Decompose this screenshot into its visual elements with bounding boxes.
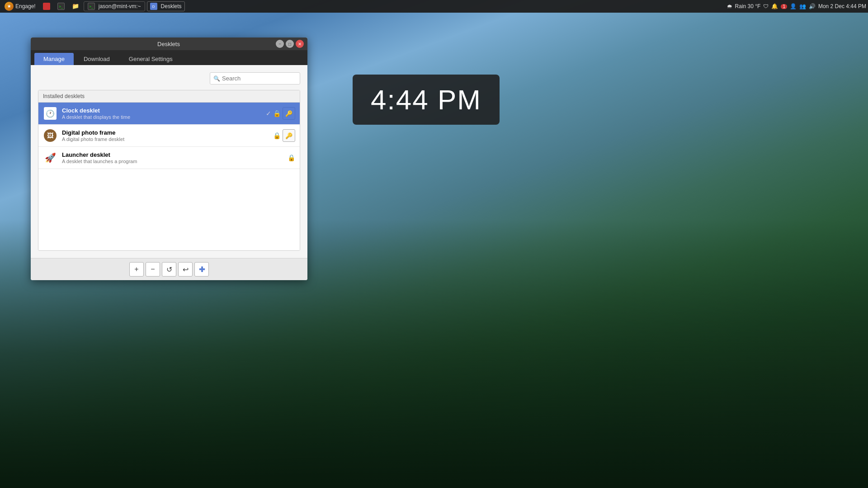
desklet-info-clock: Clock desklet A desklet that displays th… xyxy=(62,107,266,120)
desklet-actions-launcher: 🔒 xyxy=(288,154,295,161)
configure-button-photo[interactable]: 🔑 xyxy=(283,129,295,142)
weather-icon: 🌧 xyxy=(727,3,732,9)
desktop: ★ Engage! >_ 📁 >_ jason@mint-vm:~ D Desk… xyxy=(0,0,868,488)
taskbar-right: 🌧 Rain 30 °F 🛡 🔔 1 👤 👥 🔊 Mon 2 Dec 4:44 … xyxy=(727,3,866,9)
desklets-list: Installed desklets 🕐 Clock desklet A des… xyxy=(38,90,300,251)
engage-icon: ★ xyxy=(5,2,14,11)
tab-bar: Manage Download General Settings xyxy=(31,50,307,65)
lock-icon-launcher: 🔒 xyxy=(288,154,295,161)
desklet-desc-launcher: A desklet that launches a program xyxy=(62,159,288,164)
desklet-item-clock[interactable]: 🕐 Clock desklet A desklet that displays … xyxy=(38,103,300,125)
check-icon: ✓ xyxy=(266,110,271,117)
desklet-name-clock: Clock desklet xyxy=(62,107,266,114)
tab-manage[interactable]: Manage xyxy=(34,53,74,65)
desklets-task-label: Desklets xyxy=(161,3,182,9)
desklet-name-photo: Digital photo frame xyxy=(62,129,273,136)
tray-icons: 🌧 Rain 30 °F 🛡 🔔 1 👤 👥 🔊 Mon 2 Dec 4:44 … xyxy=(727,3,866,9)
search-bar: 🔍 xyxy=(38,72,300,84)
lock-icon-clock: 🔒 xyxy=(273,110,281,117)
taskbar-left: ★ Engage! >_ 📁 >_ jason@mint-vm:~ D Desk… xyxy=(2,1,185,12)
taskbar-app1[interactable] xyxy=(40,2,53,11)
taskbar-datetime: Mon 2 Dec 4:44 PM xyxy=(818,3,866,9)
undo-button[interactable]: ↩ xyxy=(178,262,193,277)
folder-icon: 📁 xyxy=(72,3,79,10)
clock-widget: 4:44 PM xyxy=(353,75,500,125)
list-header: Installed desklets xyxy=(38,90,300,103)
people-icon: 👥 xyxy=(799,3,806,9)
desklets-window: Desklets － □ ✕ Manage Download General S… xyxy=(31,38,307,280)
desklet-item-launcher[interactable]: 🚀 Launcher desklet A desklet that launch… xyxy=(38,147,300,169)
more-button[interactable]: ✚ xyxy=(194,262,209,277)
weather-label: Rain 30 °F xyxy=(735,3,761,9)
desklet-info-photo: Digital photo frame A digital photo fram… xyxy=(62,129,273,142)
taskbar: ★ Engage! >_ 📁 >_ jason@mint-vm:~ D Desk… xyxy=(0,0,868,13)
window-content: 🔍 Installed desklets 🕐 Clock desklet A d… xyxy=(31,65,307,258)
desklet-info-launcher: Launcher desklet A desklet that launches… xyxy=(62,151,288,164)
terminal-icon: >_ xyxy=(57,3,65,10)
shield-icon: 🛡 xyxy=(763,3,769,9)
desklet-actions-clock: ✓ 🔒 🔑 xyxy=(266,107,295,120)
maximize-button[interactable]: □ xyxy=(286,40,294,48)
user-icon: 👤 xyxy=(790,3,797,9)
configure-button-clock[interactable]: 🔑 xyxy=(283,107,295,120)
desklet-desc-photo: A digital photo frame desklet xyxy=(62,136,273,142)
window-title: Desklets xyxy=(61,41,276,47)
desklet-actions-photo: 🔒 🔑 xyxy=(273,129,295,142)
add-button[interactable]: + xyxy=(129,262,144,277)
minimize-button[interactable]: － xyxy=(276,40,284,48)
tab-download[interactable]: Download xyxy=(75,53,119,65)
taskbar-engage[interactable]: ★ Engage! xyxy=(2,1,38,12)
engage-label: Engage! xyxy=(15,3,36,9)
bottom-toolbar: + − ↺ ↩ ✚ xyxy=(31,258,307,280)
taskbar-folder[interactable]: 📁 xyxy=(69,2,82,11)
tab-general-settings[interactable]: General Settings xyxy=(120,53,182,65)
search-input-wrap: 🔍 xyxy=(210,72,300,84)
desklet-icon-launcher: 🚀 xyxy=(43,150,57,165)
taskbar-terminal[interactable]: >_ jason@mint-vm:~ xyxy=(84,1,145,11)
lock-icon-photo: 🔒 xyxy=(273,132,281,139)
remove-button[interactable]: − xyxy=(146,262,160,277)
terminal2-icon: >_ xyxy=(88,3,95,10)
desklet-icon-clock: 🕐 xyxy=(43,106,57,121)
close-button[interactable]: ✕ xyxy=(296,40,304,48)
volume-icon: 🔊 xyxy=(809,3,816,9)
window-controls: － □ ✕ xyxy=(276,40,304,48)
desklets-task-icon: D xyxy=(150,3,157,10)
search-input[interactable] xyxy=(210,72,300,84)
desklet-item-photo[interactable]: 🖼 Digital photo frame A digital photo fr… xyxy=(38,125,300,147)
taskbar-desklets[interactable]: D Desklets xyxy=(147,1,185,11)
refresh-button[interactable]: ↺ xyxy=(162,262,176,277)
clock-time: 4:44 PM xyxy=(371,84,481,116)
desklet-desc-clock: A desklet that displays the time xyxy=(62,114,266,120)
notification-count: 1 xyxy=(781,4,787,9)
search-icon: 🔍 xyxy=(213,75,220,82)
desklet-name-launcher: Launcher desklet xyxy=(62,151,288,158)
bell-icon: 🔔 xyxy=(771,3,778,9)
list-empty-area xyxy=(38,169,300,250)
red-app-icon xyxy=(43,3,50,10)
terminal-label: jason@mint-vm:~ xyxy=(99,3,141,9)
taskbar-app2[interactable]: >_ xyxy=(55,2,67,11)
desklet-icon-photo: 🖼 xyxy=(43,128,57,143)
window-titlebar: Desklets － □ ✕ xyxy=(31,38,307,50)
